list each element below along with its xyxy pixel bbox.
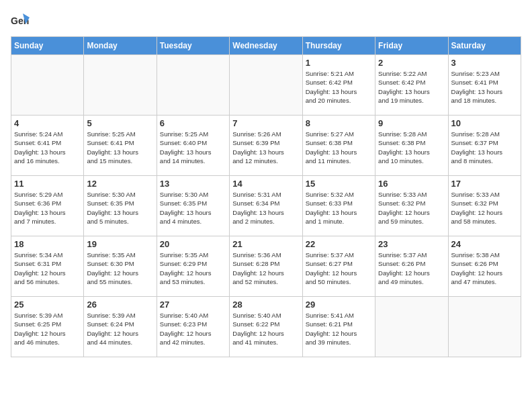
day-info: Sunrise: 5:35 AM Sunset: 6:29 PM Dayligh… — [160, 250, 226, 286]
calendar-cell: 20Sunrise: 5:35 AM Sunset: 6:29 PM Dayli… — [157, 236, 229, 297]
weekday-header: Thursday — [302, 37, 375, 55]
day-number: 14 — [232, 179, 299, 189]
calendar-cell: 29Sunrise: 5:41 AM Sunset: 6:21 PM Dayli… — [302, 297, 375, 357]
day-number: 6 — [160, 118, 226, 128]
day-info: Sunrise: 5:34 AM Sunset: 6:31 PM Dayligh… — [14, 250, 81, 286]
calendar-cell: 6Sunrise: 5:25 AM Sunset: 6:40 PM Daylig… — [157, 116, 229, 176]
calendar-week-row: 18Sunrise: 5:34 AM Sunset: 6:31 PM Dayli… — [11, 236, 521, 297]
calendar-week-row: 1Sunrise: 5:21 AM Sunset: 6:42 PM Daylig… — [11, 55, 521, 116]
day-info: Sunrise: 5:39 AM Sunset: 6:25 PM Dayligh… — [14, 311, 81, 347]
calendar-cell: 18Sunrise: 5:34 AM Sunset: 6:31 PM Dayli… — [11, 236, 84, 297]
day-info: Sunrise: 5:35 AM Sunset: 6:30 PM Dayligh… — [87, 250, 153, 286]
day-info: Sunrise: 5:30 AM Sunset: 6:35 PM Dayligh… — [160, 190, 226, 226]
day-number: 2 — [378, 58, 445, 68]
day-number: 10 — [451, 118, 518, 128]
day-info: Sunrise: 5:27 AM Sunset: 6:38 PM Dayligh… — [306, 130, 372, 165]
day-number: 29 — [306, 300, 372, 310]
weekday-header: Tuesday — [157, 37, 229, 55]
calendar-cell — [230, 55, 302, 116]
day-info: Sunrise: 5:28 AM Sunset: 6:37 PM Dayligh… — [451, 130, 518, 165]
day-number: 26 — [87, 300, 153, 310]
weekday-header: Saturday — [448, 37, 521, 55]
day-number: 5 — [87, 118, 153, 128]
calendar-cell: 27Sunrise: 5:40 AM Sunset: 6:23 PM Dayli… — [157, 297, 229, 357]
day-info: Sunrise: 5:32 AM Sunset: 6:33 PM Dayligh… — [306, 190, 372, 226]
day-info: Sunrise: 5:29 AM Sunset: 6:36 PM Dayligh… — [14, 190, 81, 226]
day-number: 25 — [14, 300, 81, 310]
day-info: Sunrise: 5:33 AM Sunset: 6:32 PM Dayligh… — [378, 190, 445, 226]
day-number: 17 — [451, 179, 518, 189]
calendar-cell: 5Sunrise: 5:25 AM Sunset: 6:41 PM Daylig… — [84, 116, 157, 176]
calendar-cell: 7Sunrise: 5:26 AM Sunset: 6:39 PM Daylig… — [230, 116, 302, 176]
calendar-cell: 14Sunrise: 5:31 AM Sunset: 6:34 PM Dayli… — [230, 176, 302, 236]
day-number: 22 — [306, 239, 372, 249]
day-number: 16 — [378, 179, 445, 189]
day-info: Sunrise: 5:36 AM Sunset: 6:28 PM Dayligh… — [232, 250, 299, 286]
day-info: Sunrise: 5:37 AM Sunset: 6:26 PM Dayligh… — [378, 250, 445, 286]
calendar-cell: 8Sunrise: 5:27 AM Sunset: 6:38 PM Daylig… — [302, 116, 375, 176]
day-number: 13 — [160, 179, 226, 189]
calendar-cell: 22Sunrise: 5:37 AM Sunset: 6:27 PM Dayli… — [302, 236, 375, 297]
calendar-cell — [375, 297, 448, 357]
weekday-header: Wednesday — [230, 37, 302, 55]
day-info: Sunrise: 5:28 AM Sunset: 6:38 PM Dayligh… — [378, 130, 445, 165]
calendar-cell — [448, 297, 521, 357]
day-info: Sunrise: 5:21 AM Sunset: 6:42 PM Dayligh… — [306, 69, 372, 105]
weekday-header: Friday — [375, 37, 448, 55]
calendar-cell: 13Sunrise: 5:30 AM Sunset: 6:35 PM Dayli… — [157, 176, 229, 236]
day-number: 28 — [232, 300, 299, 310]
calendar-week-row: 25Sunrise: 5:39 AM Sunset: 6:25 PM Dayli… — [11, 297, 521, 357]
calendar-cell — [157, 55, 229, 116]
calendar-table: SundayMondayTuesdayWednesdayThursdayFrid… — [11, 36, 521, 357]
day-number: 18 — [14, 239, 81, 249]
day-number: 27 — [160, 300, 226, 310]
day-number: 15 — [306, 179, 372, 189]
calendar-week-row: 4Sunrise: 5:24 AM Sunset: 6:41 PM Daylig… — [11, 116, 521, 176]
day-number: 12 — [87, 179, 153, 189]
day-number: 3 — [451, 58, 518, 68]
calendar-cell: 16Sunrise: 5:33 AM Sunset: 6:32 PM Dayli… — [375, 176, 448, 236]
calendar-cell: 3Sunrise: 5:23 AM Sunset: 6:41 PM Daylig… — [448, 55, 521, 116]
day-number: 24 — [451, 239, 518, 249]
calendar-header-row: SundayMondayTuesdayWednesdayThursdayFrid… — [11, 37, 521, 55]
day-info: Sunrise: 5:25 AM Sunset: 6:40 PM Dayligh… — [160, 130, 226, 165]
day-info: Sunrise: 5:31 AM Sunset: 6:34 PM Dayligh… — [232, 190, 299, 226]
calendar-cell: 17Sunrise: 5:33 AM Sunset: 6:32 PM Dayli… — [448, 176, 521, 236]
day-info: Sunrise: 5:37 AM Sunset: 6:27 PM Dayligh… — [306, 250, 372, 286]
day-info: Sunrise: 5:41 AM Sunset: 6:21 PM Dayligh… — [306, 311, 372, 347]
calendar-cell: 2Sunrise: 5:22 AM Sunset: 6:42 PM Daylig… — [375, 55, 448, 116]
day-info: Sunrise: 5:30 AM Sunset: 6:35 PM Dayligh… — [87, 190, 153, 226]
calendar-cell: 1Sunrise: 5:21 AM Sunset: 6:42 PM Daylig… — [302, 55, 375, 116]
calendar-cell: 10Sunrise: 5:28 AM Sunset: 6:37 PM Dayli… — [448, 116, 521, 176]
weekday-header: Monday — [84, 37, 157, 55]
calendar-cell: 15Sunrise: 5:32 AM Sunset: 6:33 PM Dayli… — [302, 176, 375, 236]
calendar-cell: 25Sunrise: 5:39 AM Sunset: 6:25 PM Dayli… — [11, 297, 84, 357]
day-info: Sunrise: 5:38 AM Sunset: 6:26 PM Dayligh… — [451, 250, 518, 286]
day-info: Sunrise: 5:33 AM Sunset: 6:32 PM Dayligh… — [451, 190, 518, 226]
day-info: Sunrise: 5:22 AM Sunset: 6:42 PM Dayligh… — [378, 69, 445, 105]
calendar-cell — [11, 55, 84, 116]
logo: Gen — [11, 11, 32, 30]
day-info: Sunrise: 5:23 AM Sunset: 6:41 PM Dayligh… — [451, 69, 518, 105]
calendar-cell: 21Sunrise: 5:36 AM Sunset: 6:28 PM Dayli… — [230, 236, 302, 297]
calendar-cell — [84, 55, 157, 116]
day-info: Sunrise: 5:24 AM Sunset: 6:41 PM Dayligh… — [14, 130, 81, 165]
calendar-cell: 19Sunrise: 5:35 AM Sunset: 6:30 PM Dayli… — [84, 236, 157, 297]
calendar-cell: 11Sunrise: 5:29 AM Sunset: 6:36 PM Dayli… — [11, 176, 84, 236]
calendar-cell: 26Sunrise: 5:39 AM Sunset: 6:24 PM Dayli… — [84, 297, 157, 357]
day-number: 1 — [306, 58, 372, 68]
day-number: 8 — [306, 118, 372, 128]
calendar-body: 1Sunrise: 5:21 AM Sunset: 6:42 PM Daylig… — [11, 55, 521, 357]
day-info: Sunrise: 5:39 AM Sunset: 6:24 PM Dayligh… — [87, 311, 153, 347]
calendar-cell: 24Sunrise: 5:38 AM Sunset: 6:26 PM Dayli… — [448, 236, 521, 297]
day-number: 7 — [232, 118, 299, 128]
calendar-cell: 12Sunrise: 5:30 AM Sunset: 6:35 PM Dayli… — [84, 176, 157, 236]
day-number: 20 — [160, 239, 226, 249]
day-number: 23 — [378, 239, 445, 249]
day-number: 9 — [378, 118, 445, 128]
header: Gen — [11, 11, 521, 30]
calendar-week-row: 11Sunrise: 5:29 AM Sunset: 6:36 PM Dayli… — [11, 176, 521, 236]
logo-icon: Gen — [11, 11, 30, 30]
day-number: 19 — [87, 239, 153, 249]
day-info: Sunrise: 5:26 AM Sunset: 6:39 PM Dayligh… — [232, 130, 299, 165]
